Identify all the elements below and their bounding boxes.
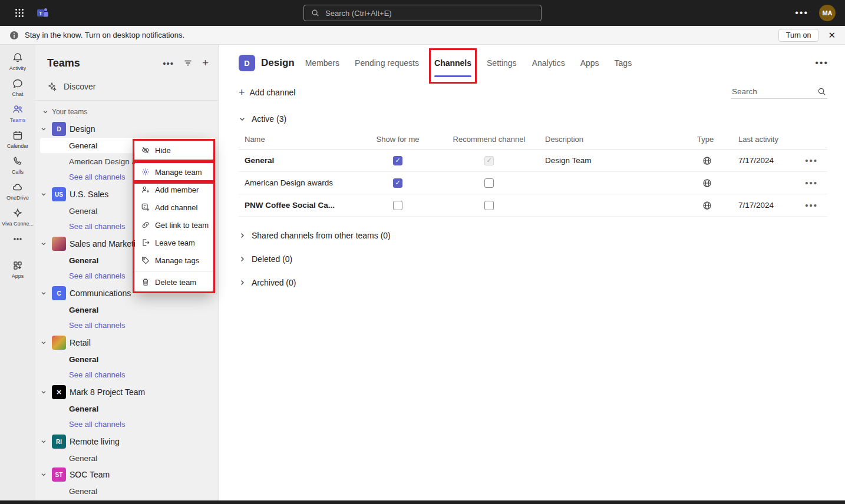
sidebar-team-design[interactable]: D Design — [35, 121, 218, 137]
person-add-icon — [141, 185, 150, 194]
svg-text:T: T — [39, 11, 42, 16]
rail-item-calls[interactable]: Calls — [1, 152, 34, 178]
team-group-remote-living: Rl Remote living General — [35, 433, 218, 466]
see-all-channels-link[interactable]: See all channels — [40, 318, 213, 332]
channel-description: Design Team — [539, 156, 686, 165]
section-deleted[interactable]: Deleted (0) — [219, 240, 845, 264]
sidebar-channel[interactable]: General — [40, 450, 213, 466]
col-name: Name — [239, 135, 357, 144]
menu-item-get-link[interactable]: Get link to team — [135, 216, 213, 234]
sidebar-team-mark-8[interactable]: Mark 8 Project Team — [35, 384, 218, 400]
divider — [135, 161, 213, 161]
table-row-pnw-coffee: PNW Coffee Social Ca... 7/17/2024 ••• — [239, 194, 827, 217]
sidebar-more-icon[interactable]: ••• — [163, 58, 174, 68]
team-options-icon[interactable]: ••• — [815, 58, 829, 68]
sidebar-team-soc[interactable]: ST SOC Team — [35, 466, 218, 483]
rail-more-button[interactable] — [1, 230, 34, 248]
row-options-icon[interactable]: ••• — [793, 155, 827, 165]
recommend-channel-checkbox: ✓ — [484, 156, 494, 165]
teams-app-window: T Search (Ctrl+Alt+E) ••• MA Stay in the… — [0, 0, 845, 504]
turn-on-button[interactable]: Turn on — [778, 29, 819, 42]
tab-tags[interactable]: Tags — [615, 58, 632, 68]
globe-icon — [702, 156, 712, 165]
globe-icon — [702, 201, 712, 210]
sidebar-team-remote-living[interactable]: Rl Remote living — [35, 433, 218, 450]
sidebar-channel[interactable]: General — [40, 483, 213, 499]
sidebar-team-retail[interactable]: Retail — [35, 334, 218, 351]
your-teams-toggle[interactable]: Your teams — [35, 101, 218, 121]
tab-apps[interactable]: Apps — [580, 58, 599, 68]
show-for-me-checkbox[interactable] — [393, 201, 402, 210]
waffle-grid-icon — [15, 8, 24, 18]
trash-icon — [141, 277, 150, 287]
table-row-general: General ✓ ✓ Design Team 7/17/2024 ••• — [239, 150, 827, 172]
team-avatar: ST — [52, 467, 66, 482]
rail-item-viva-connections[interactable]: Viva Conne... — [1, 204, 34, 230]
col-type: Type — [686, 135, 728, 144]
team-avatar — [52, 237, 66, 251]
rail-item-teams[interactable]: Teams — [1, 100, 34, 126]
section-active[interactable]: Active (3) — [219, 99, 845, 124]
app-launcher-icon[interactable] — [9, 3, 29, 23]
leave-icon — [141, 238, 150, 247]
create-team-icon[interactable]: + — [202, 57, 209, 69]
last-activity: 7/17/2024 — [728, 201, 793, 210]
see-all-channels-link[interactable]: See all channels — [40, 367, 213, 382]
row-options-icon[interactable]: ••• — [793, 200, 827, 210]
rail-item-activity[interactable]: Activity — [1, 48, 34, 74]
global-search-input[interactable]: Search (Ctrl+Alt+E) — [303, 5, 542, 21]
recommend-channel-checkbox[interactable] — [484, 201, 494, 210]
recommend-channel-checkbox[interactable] — [484, 178, 494, 188]
sidebar-channel[interactable]: General — [40, 352, 213, 367]
profile-avatar[interactable]: MA — [819, 5, 836, 21]
show-for-me-checkbox[interactable]: ✓ — [393, 178, 402, 188]
menu-item-manage-tags[interactable]: Manage tags — [135, 251, 213, 269]
tab-channels[interactable]: Channels — [434, 58, 471, 68]
table-row-american-design-awards: American Design awards ✓ ••• — [239, 172, 827, 194]
topbar-more-icon[interactable]: ••• — [795, 8, 808, 18]
section-shared-channels[interactable]: Shared channels from other teams (0) — [219, 217, 845, 240]
eye-off-icon — [141, 145, 150, 155]
channel-search-input[interactable]: Search — [731, 86, 827, 99]
menu-item-manage-team[interactable]: Manage team — [135, 163, 213, 181]
sidebar-channel[interactable]: General — [40, 302, 213, 317]
chevron-down-icon — [40, 241, 47, 247]
add-channel-button[interactable]: + Add channel — [239, 87, 295, 99]
tab-members[interactable]: Members — [305, 58, 339, 68]
show-for-me-checkbox[interactable]: ✓ — [393, 156, 402, 165]
sidebar-channel[interactable]: General — [40, 401, 213, 416]
rail-item-chat[interactable]: Chat — [1, 74, 34, 100]
channel-name: General — [239, 156, 357, 165]
team-name: SOC Team — [70, 470, 110, 479]
row-options-icon[interactable]: ••• — [793, 178, 827, 188]
rail-item-onedrive[interactable]: OneDrive — [1, 178, 34, 204]
channels-table: Name Show for me Recommend channel Descr… — [239, 130, 827, 217]
chevron-down-icon — [40, 439, 47, 445]
discover-button[interactable]: Discover — [40, 78, 213, 95]
menu-item-hide[interactable]: Hide — [135, 141, 213, 159]
rail-item-apps[interactable]: Apps — [1, 256, 34, 282]
gear-icon — [141, 167, 150, 177]
team-avatar: US — [52, 187, 66, 201]
tab-pending-requests[interactable]: Pending requests — [355, 58, 419, 68]
close-icon[interactable]: ✕ — [828, 30, 836, 41]
section-archived[interactable]: Archived (0) — [219, 264, 845, 287]
col-last-activity: Last activity — [728, 135, 793, 144]
chevron-down-icon — [40, 472, 47, 478]
channel-name: PNW Coffee Social Ca... — [239, 201, 357, 210]
tab-analytics[interactable]: Analytics — [532, 58, 565, 68]
menu-item-leave-team[interactable]: Leave team — [135, 234, 213, 251]
col-recommend-channel: Recommend channel — [439, 135, 539, 144]
team-avatar — [52, 336, 66, 350]
see-all-channels-link[interactable]: See all channels — [40, 417, 213, 431]
filter-icon[interactable] — [183, 58, 193, 68]
team-group-soc: ST SOC Team General — [35, 466, 218, 499]
menu-item-add-member[interactable]: Add member — [135, 181, 213, 198]
search-icon — [311, 9, 319, 17]
team-name: Retail — [70, 338, 91, 347]
rail-item-calendar[interactable]: Calendar — [1, 126, 34, 152]
chevron-right-icon — [239, 279, 246, 286]
tab-settings[interactable]: Settings — [487, 58, 517, 68]
menu-item-delete-team[interactable]: Delete team — [135, 273, 213, 291]
menu-item-add-channel[interactable]: Add channel — [135, 198, 213, 216]
